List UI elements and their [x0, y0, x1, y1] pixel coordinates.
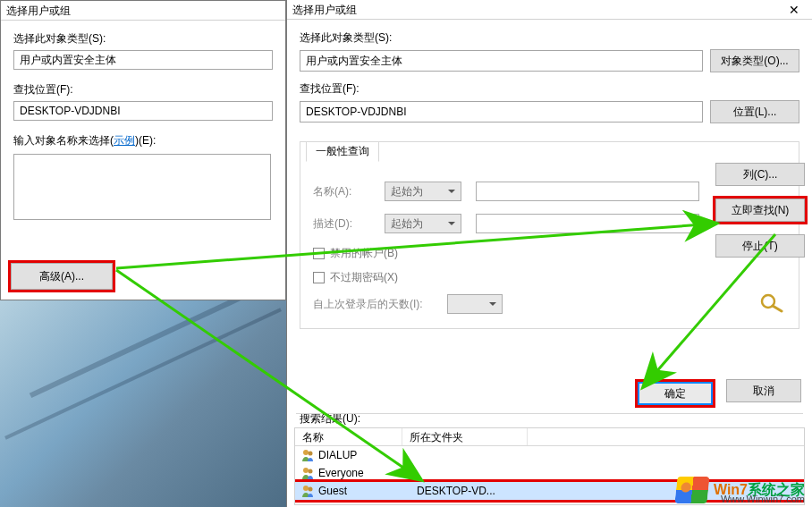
search-magnifier-icon: [758, 292, 785, 313]
table-row[interactable]: DIALUP: [295, 446, 804, 464]
svg-line-1: [773, 306, 782, 311]
svg-point-4: [303, 468, 309, 473]
svg-point-5: [309, 469, 313, 474]
ok-button[interactable]: 确定: [638, 382, 713, 405]
grid-header-row: 名称 所在文件夹: [295, 428, 804, 446]
dialog-title-text: 选择用户或组: [292, 4, 357, 16]
select-user-dialog-basic: 选择用户或组 选择此对象类型(S): 查找位置(F): 输入对象名称来选择(示例…: [0, 0, 286, 300]
ok-button-highlight: 确定: [635, 379, 715, 408]
stop-button[interactable]: 停止(T): [715, 234, 805, 258]
cell-name: Everyone: [318, 467, 417, 479]
watermark: Win7系统之家 Www.Winwin7.com: [676, 477, 805, 503]
example-link[interactable]: 示例: [114, 134, 135, 147]
svg-point-2: [303, 450, 309, 455]
principal-icon: [300, 484, 315, 498]
principal-icon: [300, 466, 315, 480]
windows-logo-icon: [674, 477, 709, 503]
svg-point-7: [309, 487, 313, 492]
common-queries-tab[interactable]: 一般性查询: [306, 141, 379, 162]
object-type-field[interactable]: [13, 50, 273, 70]
object-names-label: 输入对象名称来选择(示例)(E):: [13, 133, 273, 148]
name-mode-select[interactable]: 起始为: [385, 182, 461, 201]
divider: [296, 413, 803, 414]
find-now-button[interactable]: 立即查找(N): [715, 199, 805, 222]
dialog-title: 选择用户或组 ✕: [287, 0, 812, 20]
desc-mode-select[interactable]: 起始为: [385, 214, 461, 233]
cell-folder: DESKTOP-VD...: [417, 485, 542, 497]
watermark-url: Www.Winwin7.com: [721, 494, 805, 504]
cancel-button[interactable]: 取消: [726, 379, 801, 402]
grid-header-folder[interactable]: 所在文件夹: [402, 428, 528, 445]
dialog-action-row: 确定 取消: [635, 379, 801, 408]
never-expire-checkbox-row[interactable]: 不过期密码(X): [313, 270, 786, 285]
advanced-button-highlight: 高级(A)...: [8, 260, 115, 292]
advanced-button[interactable]: 高级(A)...: [11, 263, 113, 290]
desc-filter-label: 描述(D):: [313, 216, 385, 232]
cell-name: Guest: [318, 485, 417, 497]
locations-button[interactable]: 位置(L)...: [710, 100, 799, 123]
columns-button[interactable]: 列(C)...: [715, 163, 805, 186]
location-label: 查找位置(F):: [300, 81, 799, 97]
name-filter-label: 名称(A):: [313, 184, 385, 199]
desc-filter-input[interactable]: [476, 214, 699, 233]
never-expire-label: 不过期密码(X): [330, 270, 398, 285]
desktop-wallpaper: [0, 300, 286, 507]
svg-point-6: [303, 486, 309, 491]
days-since-login-select[interactable]: [447, 294, 503, 314]
name-mode-value: 起始为: [391, 184, 423, 199]
location-field[interactable]: [13, 101, 273, 121]
desc-mode-value: 起始为: [391, 216, 423, 232]
location-field[interactable]: [300, 101, 703, 123]
object-type-label: 选择此对象类型(S):: [13, 31, 273, 46]
cell-name: DIALUP: [318, 449, 417, 461]
object-type-label: 选择此对象类型(S):: [300, 30, 799, 46]
days-since-login-label: 自上次登录后的天数(I):: [313, 297, 447, 312]
close-icon[interactable]: ✕: [776, 0, 812, 20]
name-filter-input[interactable]: [476, 182, 699, 201]
object-names-label-pre: 输入对象名称来选择(: [13, 134, 114, 147]
location-label: 查找位置(F):: [13, 82, 273, 97]
checkbox-icon: [313, 272, 325, 283]
object-types-button[interactable]: 对象类型(O)...: [710, 49, 799, 72]
object-names-label-post: )(E):: [135, 134, 156, 147]
principal-icon: [300, 448, 315, 462]
checkbox-icon: [313, 248, 325, 259]
query-action-column: 列(C)... 立即查找(N) 停止(T): [715, 163, 801, 258]
disabled-accounts-label: 禁用的帐户(B): [330, 246, 398, 261]
grid-header-name[interactable]: 名称: [295, 428, 402, 445]
object-names-textarea[interactable]: [13, 154, 271, 220]
select-user-dialog-advanced: 选择用户或组 ✕ 选择此对象类型(S): 对象类型(O)... 查找位置(F):…: [286, 0, 812, 507]
svg-point-3: [309, 452, 313, 456]
dialog-title: 选择用户或组: [1, 1, 285, 21]
object-type-field[interactable]: [300, 50, 703, 72]
